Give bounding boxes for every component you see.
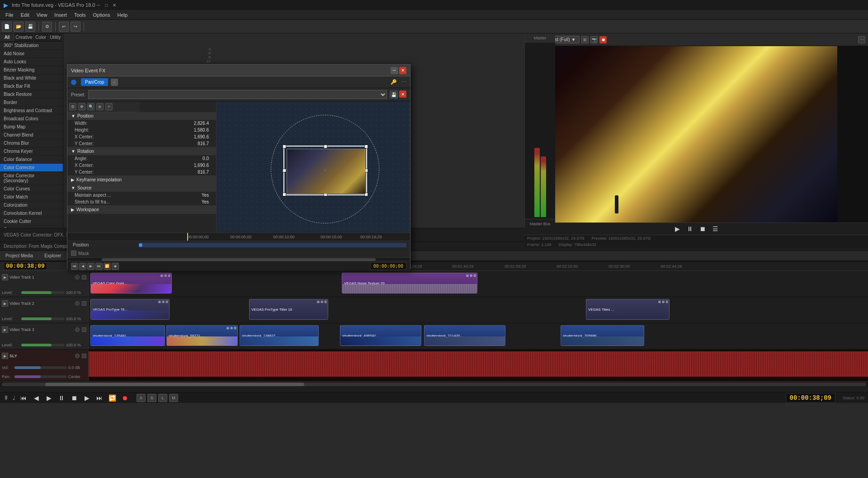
next-button[interactable]: ▶ xyxy=(87,263,94,270)
clip-vegas-titles[interactable]: VEGAS Titles ... ⊞ ⚙ ☰ xyxy=(586,299,670,320)
fx-item-brightness-contrast[interactable]: Brightness and Contrast xyxy=(0,107,63,115)
track-1-mute-button[interactable] xyxy=(82,275,86,279)
clip-icon[interactable]: ⚙ xyxy=(321,300,323,304)
settings-button[interactable]: ⚙ xyxy=(42,22,52,32)
fx-tab-utility[interactable]: Utility xyxy=(48,33,63,41)
fx-item-border[interactable]: Border xyxy=(0,99,63,107)
home-button[interactable]: ⏮ xyxy=(71,263,78,270)
preset-close-button[interactable]: ✕ xyxy=(399,90,406,98)
menu-options[interactable]: Options xyxy=(90,11,114,19)
track-4-solo-button[interactable] xyxy=(75,354,80,358)
fx-item-360-stabilization[interactable]: 360° Stabilization xyxy=(0,42,63,50)
clip-icon-2[interactable]: ⚙ xyxy=(470,274,472,278)
level-track[interactable] xyxy=(21,344,65,346)
fx-key-button[interactable]: 🔑 xyxy=(391,79,397,85)
clip-icon[interactable]: ☰ xyxy=(234,327,236,330)
clip-icon[interactable]: ⊞ xyxy=(226,327,229,330)
track-3-mute-button[interactable] xyxy=(82,327,86,332)
menu-tools[interactable]: Tools xyxy=(71,11,90,19)
keyframe-header[interactable]: ▶ Keyframe interpolation xyxy=(67,176,216,184)
preview-mode-button[interactable]: ⊞ xyxy=(581,36,589,43)
crosshair-icon[interactable]: ⊕ xyxy=(96,103,104,110)
clip-icon-1[interactable]: ⊞ xyxy=(160,274,163,278)
level-track[interactable] xyxy=(21,317,65,320)
preview-record-button[interactable]: ⏺ xyxy=(599,36,607,43)
clip-shutter-4[interactable]: shutterstock_496542... xyxy=(340,325,421,346)
move-icon[interactable]: ✥ xyxy=(78,103,85,110)
preview-menu-button[interactable]: ☰ xyxy=(711,224,720,233)
clip-icon[interactable]: ☰ xyxy=(165,300,168,304)
fx-tab-all[interactable]: All xyxy=(0,33,14,41)
preview-more-button[interactable]: ⋯ xyxy=(858,36,865,43)
add-icon[interactable]: + xyxy=(105,103,113,110)
minimize-button[interactable]: ─ xyxy=(95,2,101,8)
preview-snap-button[interactable]: 📷 xyxy=(590,36,598,43)
panel-tab-project-media[interactable]: Project Media xyxy=(0,252,39,260)
prev-button[interactable]: ◀ xyxy=(79,263,86,270)
next-frame-button[interactable]: ▶ xyxy=(82,393,91,402)
mask-toggle[interactable] xyxy=(71,251,76,256)
fx-item-add-noise[interactable]: Add Noise xyxy=(0,50,63,58)
play-button[interactable]: ▶ xyxy=(44,393,53,402)
end-button[interactable]: ⏭ xyxy=(95,263,103,270)
mode-btn-2[interactable]: S xyxy=(147,394,156,402)
mode-btn-4[interactable]: M xyxy=(169,394,178,402)
fx-item-chroma-keyer[interactable]: Chroma Keyer xyxy=(0,147,63,156)
clip-protype-16[interactable]: VEGAS ProType Titler 16 ⊞ ⚙ ☰ xyxy=(249,299,328,320)
source-header[interactable]: ▼ Source xyxy=(67,184,216,192)
preview-pause-button[interactable]: ⏸ xyxy=(685,224,694,233)
scrollbar-thumb[interactable] xyxy=(45,383,305,386)
clip-icon[interactable]: ⚙ xyxy=(662,300,665,304)
clip-icon[interactable]: ☰ xyxy=(324,300,327,304)
clip-icon[interactable]: ⚙ xyxy=(230,327,233,330)
menu-help[interactable]: Help xyxy=(113,11,131,19)
zoom-icon[interactable]: 🔍 xyxy=(87,103,94,110)
fx-item-channel-blend[interactable]: Channel Blend xyxy=(0,131,63,139)
fx-item-crop[interactable]: Crop xyxy=(0,226,63,228)
fx-item-bump-map[interactable]: Bump Map xyxy=(0,123,63,131)
track-3-solo-button[interactable] xyxy=(75,327,80,332)
crop-handle-tm[interactable] xyxy=(324,145,327,148)
panel-tab-explorer[interactable]: Explorer xyxy=(39,252,67,260)
fx-item-broadcast-colors[interactable]: Broadcast Colors xyxy=(0,115,63,123)
mic-button[interactable]: 🎙 xyxy=(4,395,9,401)
fx-tab-color[interactable]: Color xyxy=(34,33,48,41)
clip-shutter-5[interactable]: shutterstock_711420... xyxy=(424,325,505,346)
dialog-scrollbar[interactable] xyxy=(67,257,410,261)
clip-vegas-color-grad[interactable]: VEGAS Color Grad... ⊞ ⚙ ☰ xyxy=(90,273,172,293)
pan-crop-tab[interactable]: Pan/Crop xyxy=(81,78,108,86)
preview-play-button[interactable]: ▶ xyxy=(673,224,682,233)
track-1-expand[interactable]: ▶ xyxy=(2,274,8,280)
clip-icon-1[interactable]: ⊞ xyxy=(466,274,469,278)
timeline-scrollbar[interactable] xyxy=(0,381,868,387)
crop-handle-ml[interactable] xyxy=(283,169,286,172)
track-3-expand[interactable]: ▶ xyxy=(2,327,8,333)
rotation-header[interactable]: ▼ Rotation xyxy=(67,147,216,155)
level-track[interactable] xyxy=(21,291,65,294)
menu-file[interactable]: File xyxy=(2,11,17,19)
loop-button[interactable]: 🔁 xyxy=(108,393,117,402)
scrollbar-track[interactable] xyxy=(2,383,866,386)
clip-shutter-2[interactable]: shutterstock_59771... ⊞ ⚙ ☰ xyxy=(166,325,238,346)
dialog-minimize-button[interactable]: ─ xyxy=(391,67,398,74)
fx-item-bezier-masking[interactable]: Bézier Masking xyxy=(0,66,63,74)
fx-item-black-restore[interactable]: Black Restore xyxy=(0,90,63,99)
go-start-button[interactable]: ⏮ xyxy=(19,393,28,402)
record-button[interactable]: ⏺ xyxy=(120,393,129,402)
vol-track[interactable] xyxy=(14,366,67,369)
undo-button[interactable]: ↩ xyxy=(59,22,69,32)
preset-save-button[interactable]: 💾 xyxy=(390,90,398,99)
maximize-button[interactable]: □ xyxy=(103,2,109,8)
clip-icon[interactable]: ⊞ xyxy=(658,300,661,304)
dialog-close-button[interactable]: ✕ xyxy=(399,67,406,74)
fx-item-convolution-kernel[interactable]: Convolution Kernel xyxy=(0,209,63,218)
redo-button[interactable]: ↪ xyxy=(71,22,80,32)
clip-icon[interactable]: ☰ xyxy=(665,300,668,304)
close-button[interactable]: ✕ xyxy=(111,2,118,8)
save-button[interactable]: 💾 xyxy=(25,22,35,32)
fx-item-chroma-blur[interactable]: Chroma Blur xyxy=(0,139,63,147)
fx-item-black-bar-fill[interactable]: Black Bar Fill xyxy=(0,82,63,90)
go-end-button[interactable]: ⏭ xyxy=(95,393,104,402)
pan-track[interactable] xyxy=(14,375,67,378)
fx-item-color-balance[interactable]: Color Balance xyxy=(0,156,63,164)
